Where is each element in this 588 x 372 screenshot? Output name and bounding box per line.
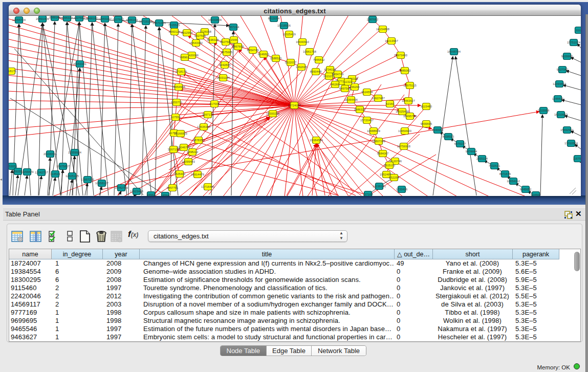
svg-text:11156829: 11156829 [21,170,34,173]
svg-text:7625402: 7625402 [174,172,186,176]
svg-text:28031144: 28031144 [216,76,230,79]
svg-text:20364436: 20364436 [344,98,358,101]
svg-text:15692901: 15692901 [560,128,574,132]
svg-text:10756928: 10756928 [397,145,410,148]
svg-text:1733426: 1733426 [396,188,408,191]
svg-text:10973493: 10973493 [394,54,407,57]
svg-text:8454749: 8454749 [247,49,259,52]
svg-text:7515525: 7515525 [168,24,180,27]
svg-text:924561: 924561 [531,193,540,196]
svg-text:2087682: 2087682 [367,18,379,21]
svg-text:10958127: 10958127 [95,182,108,185]
svg-text:12923448: 12923448 [130,190,143,193]
svg-text:9227342: 9227342 [557,68,569,71]
svg-text:18300295: 18300295 [266,112,279,115]
svg-text:9699695: 9699695 [421,122,432,125]
svg-text:2935114: 2935114 [476,157,488,160]
svg-text:3267130: 3267130 [202,113,214,116]
svg-text:19975857: 19975857 [56,165,70,168]
svg-text:19166825: 19166825 [174,132,187,135]
svg-text:427552: 427552 [170,116,180,119]
svg-text:16210643: 16210643 [554,113,568,116]
svg-text:12213967: 12213967 [385,39,398,42]
svg-text:15751074: 15751074 [567,41,581,44]
svg-text:5878352: 5878352 [193,139,205,142]
svg-text:10688609: 10688609 [367,129,380,133]
svg-text:15720407: 15720407 [360,119,374,122]
svg-text:1112: 1112 [576,29,581,32]
svg-text:1546: 1546 [231,38,237,41]
svg-text:6497568: 6497568 [339,87,351,90]
svg-text:9115460: 9115460 [421,105,432,108]
svg-text:746266: 746266 [350,85,359,89]
svg-text:8471676: 8471676 [499,172,511,176]
svg-text:116753: 116753 [573,157,581,160]
svg-text:20206556: 20206556 [43,152,57,156]
svg-text:17359924: 17359924 [68,151,82,154]
svg-text:10719155: 10719155 [139,20,153,23]
svg-text:9245652: 9245652 [520,188,532,191]
svg-text:10961758: 10961758 [303,50,316,53]
svg-text:9684067: 9684067 [377,152,389,155]
svg-text:7955812: 7955812 [313,58,325,61]
svg-text:9474444: 9474444 [466,150,477,153]
svg-text:13654923: 13654923 [398,129,411,133]
svg-text:2089146: 2089146 [49,16,61,19]
svg-text:417006: 417006 [209,102,219,105]
svg-text:5322037: 5322037 [285,61,297,64]
svg-text:12342757: 12342757 [35,171,48,174]
svg-text:8660124: 8660124 [169,30,181,33]
svg-text:7857224: 7857224 [228,26,239,29]
svg-text:18495758: 18495758 [403,115,417,118]
svg-text:1362615: 1362615 [296,65,308,69]
svg-text:1588520: 1588520 [270,57,282,60]
svg-text:853051: 853051 [9,165,17,168]
svg-text:11325419: 11325419 [282,33,295,36]
svg-text:16154808: 16154808 [376,28,389,31]
svg-text:7632621: 7632621 [489,164,500,167]
svg-text:2867608: 2867608 [232,45,244,48]
svg-text:6879197: 6879197 [454,142,466,145]
svg-text:14099483: 14099483 [182,160,195,163]
svg-text:12093872: 12093872 [553,82,566,85]
svg-text:10653267: 10653267 [98,17,112,20]
svg-text:9329966: 9329966 [561,55,573,58]
svg-text:94562: 94562 [147,193,155,196]
svg-text:2718176: 2718176 [176,70,187,73]
svg-text:46266: 46266 [331,83,339,86]
svg-text:137164: 137164 [363,193,373,196]
svg-text:16543382: 16543382 [189,41,203,45]
svg-text:9146821: 9146821 [258,53,270,56]
svg-text:12463627: 12463627 [402,99,415,102]
svg-text:8454749: 8454749 [332,73,344,76]
svg-text:19384554: 19384554 [310,139,323,142]
svg-text:16033809: 16033809 [208,18,222,21]
svg-text:19218506: 19218506 [277,24,291,27]
svg-text:8912954: 8912954 [181,31,193,34]
svg-text:13535394: 13535394 [197,125,211,128]
svg-text:18724007: 18724007 [288,104,301,107]
svg-text:8938923: 8938923 [443,135,454,138]
svg-text:1353731: 1353731 [171,101,183,104]
svg-text:9327505: 9327505 [194,34,206,37]
svg-text:9242848: 9242848 [219,63,231,67]
svg-text:6466160: 6466160 [126,18,138,21]
svg-text:14136141: 14136141 [373,185,386,188]
svg-text:9457791: 9457791 [167,186,179,189]
svg-text:16782759: 16782759 [115,186,128,189]
svg-text:20053341: 20053341 [73,62,86,65]
svg-text:8196328: 8196328 [207,38,219,41]
svg-text:1527602: 1527602 [74,16,85,19]
svg-text:8813054: 8813054 [268,17,280,20]
svg-text:6466160: 6466160 [86,17,98,20]
svg-text:62160: 62160 [386,102,394,105]
svg-text:16046765: 16046765 [177,146,190,149]
svg-text:16640910: 16640910 [296,40,309,43]
svg-text:18564: 18564 [161,194,170,196]
svg-text:10607487: 10607487 [372,97,385,100]
svg-text:16671355: 16671355 [153,21,166,25]
svg-text:10654112: 10654112 [507,180,519,183]
svg-text:19654985: 19654985 [172,85,185,89]
svg-text:13716485: 13716485 [201,185,214,188]
svg-text:718176: 718176 [9,70,16,73]
